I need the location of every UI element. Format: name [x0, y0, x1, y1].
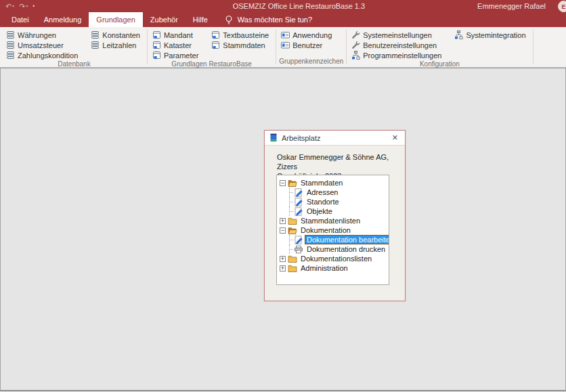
lightbulb-icon: [225, 15, 233, 25]
ribbon-button-label: Systemintegration: [466, 31, 525, 39]
tree-connector: [286, 188, 294, 197]
menu-bar: DateiAnmeldungGrundlagenZubehörHilfe Was…: [0, 12, 566, 27]
dialog-title-bar[interactable]: Arbeitsplatz ✕: [265, 131, 405, 146]
tab-grundlagen[interactable]: Grundlagen: [89, 12, 143, 27]
customize-quick-access-button[interactable]: ▪: [32, 3, 35, 9]
ribbon-button-umsatzsteuer[interactable]: Umsatzsteuer: [4, 40, 80, 50]
undo-icon: ↶: [5, 3, 12, 10]
tree-connector: [286, 206, 294, 216]
ribbon-button-mandant[interactable]: Mandant: [150, 30, 200, 40]
ribbon-button-label: Währungen: [18, 31, 56, 39]
ribbon-group-datenbank: WährungenUmsatzsteuerZahlungskonditionKo…: [1, 27, 147, 67]
ribbon-group-gruppenkennzeichen: AnwendungBenutzerGruppenkennzeichen: [276, 27, 346, 67]
quick-access-toolbar: ↶▾ ↷▾ ▪: [5, 3, 35, 10]
database-icon: [6, 41, 15, 49]
ribbon-button-systemeinstellungen[interactable]: Systemeinstellungen: [349, 30, 443, 40]
tree-item-adressen[interactable]: Adressen: [278, 188, 387, 197]
folder-closed-icon: [288, 264, 297, 273]
tell-me-label: Was möchten Sie tun?: [238, 16, 312, 24]
ribbon-button-label: Benutzer: [292, 41, 322, 49]
ribbon-button-benutzereinstellungen[interactable]: Benutzereinstellungen: [349, 40, 443, 50]
chevron-down-icon: ▾: [12, 4, 14, 8]
tree-expander-plus-icon[interactable]: +: [280, 218, 286, 224]
tree-item-label: Dokumentation: [299, 226, 352, 234]
dialog-title: Arbeitsplatz: [282, 134, 320, 142]
chevron-down-icon: ▾: [26, 4, 28, 8]
tell-me[interactable]: Was möchten Sie tun?: [225, 12, 312, 27]
tree-item-dokumentationslisten[interactable]: +Dokumentationslisten: [278, 254, 387, 263]
tab-label: Hilfe: [193, 16, 208, 24]
nodes-icon: [351, 51, 360, 60]
tree-connector: [286, 235, 294, 244]
tree-item-stammdatenlisten[interactable]: +Stammdatenlisten: [278, 216, 387, 225]
ribbon-button-programmeinstellungen[interactable]: Programmeinstellungen: [349, 50, 443, 60]
ribbon-button-kataster[interactable]: Kataster: [150, 40, 200, 50]
tab-hilfe[interactable]: Hilfe: [186, 12, 215, 27]
wrench-icon: [351, 41, 360, 49]
ribbon-button-label: Benutzereinstellungen: [363, 41, 437, 49]
page-edit-icon: [294, 188, 303, 197]
tree-item-label: Stammdatenlisten: [299, 217, 362, 225]
tree-expander-plus-icon[interactable]: +: [280, 265, 286, 271]
tree-expander-minus-icon[interactable]: −: [280, 180, 286, 186]
tree-item-label: Administration: [299, 264, 349, 272]
redo-button[interactable]: ↷▾: [19, 3, 28, 10]
tree-item-administration[interactable]: +Administration: [278, 263, 387, 273]
ribbon-button-stammdaten[interactable]: Stammdaten: [209, 40, 271, 50]
ribbon-button-benutzer[interactable]: Benutzer: [279, 40, 334, 50]
tree-item-label: Dokumentation bearbeiten: [305, 236, 389, 244]
nodes-icon: [454, 30, 463, 39]
ribbon-button-label: Textbausteine: [223, 31, 269, 39]
tab-datei[interactable]: Datei: [4, 12, 37, 27]
ribbon-button-systemintegration[interactable]: Systemintegration: [452, 30, 527, 40]
ribbon-group-label: Gruppenkennzeichen: [276, 58, 346, 67]
badge-icon: [281, 41, 290, 49]
tree-item-stammdaten[interactable]: −Stammdaten: [278, 178, 387, 188]
ribbon-button-leitzahlen[interactable]: Leitzahlen: [89, 40, 142, 50]
tab-anmeldung[interactable]: Anmeldung: [37, 12, 89, 27]
close-icon: ✕: [392, 133, 398, 141]
workplace-icon: [270, 133, 277, 142]
dialog-close-button[interactable]: ✕: [391, 133, 399, 142]
ribbon-button-label: Systemeinstellungen: [363, 31, 432, 39]
database-icon: [91, 41, 100, 49]
page-edit-icon: [294, 198, 303, 206]
tab-zubehör[interactable]: Zubehör: [143, 12, 186, 27]
database-icon: [6, 30, 15, 39]
ribbon-group-grundlagen-restaurobase: MandantKatasterParameterTextbausteineSta…: [148, 27, 276, 67]
badge-icon: [281, 30, 290, 39]
tree-connector: [286, 197, 294, 206]
ribbon-button-konstanten[interactable]: Konstanten: [89, 30, 142, 40]
tree-expander-plus-icon[interactable]: +: [280, 256, 286, 262]
tree-item-objekte[interactable]: Objekte: [278, 206, 387, 216]
undo-button[interactable]: ↶▾: [5, 3, 14, 10]
arbeitsplatz-dialog: Arbeitsplatz ✕ Oskar Emmenegger & Söhne …: [264, 130, 406, 301]
ribbon-button-parameter[interactable]: Parameter: [150, 50, 200, 60]
tree-item-standorte[interactable]: Standorte: [278, 197, 387, 206]
form-icon: [211, 41, 220, 49]
form-icon: [152, 30, 161, 39]
tree-item-dokumentation[interactable]: −Dokumentation: [278, 225, 387, 235]
tree-item-label: Standorte: [305, 198, 341, 206]
ribbon-button-label: Umsatzsteuer: [18, 41, 64, 49]
form-icon: [152, 41, 161, 49]
form-icon: [211, 30, 220, 39]
ribbon-button-währungen[interactable]: Währungen: [4, 30, 80, 40]
tree-item-dokumentation-drucken[interactable]: Dokumentation drucken: [278, 244, 387, 254]
redo-icon: ↷: [19, 3, 25, 10]
ribbon-group-konfiguration: SystemeinstellungenBenutzereinstellungen…: [347, 27, 532, 67]
workplace-tree: −StammdatenAdressenStandorteObjekte+Stam…: [276, 175, 389, 285]
title-bar: ↶▾ ↷▾ ▪ OSEMZIZ Office Line RestauroBase…: [0, 0, 566, 12]
tree-item-dokumentation-bearbeiten[interactable]: Dokumentation bearbeiten: [278, 235, 387, 244]
ribbon-button-label: Kataster: [164, 41, 192, 49]
tab-label: Anmeldung: [44, 16, 82, 24]
ribbon-button-anwendung[interactable]: Anwendung: [279, 30, 334, 40]
ribbon-button-textbausteine[interactable]: Textbausteine: [209, 30, 271, 40]
tree-item-label: Adressen: [305, 188, 339, 196]
avatar[interactable]: E: [558, 1, 566, 12]
ribbon-button-label: Zahlungskondition: [18, 51, 78, 60]
tree-expander-minus-icon[interactable]: −: [280, 227, 286, 234]
tab-label: Zubehör: [150, 16, 178, 24]
ribbon-button-zahlungskondition[interactable]: Zahlungskondition: [4, 50, 80, 60]
tree-item-label: Dokumentationslisten: [299, 255, 373, 263]
